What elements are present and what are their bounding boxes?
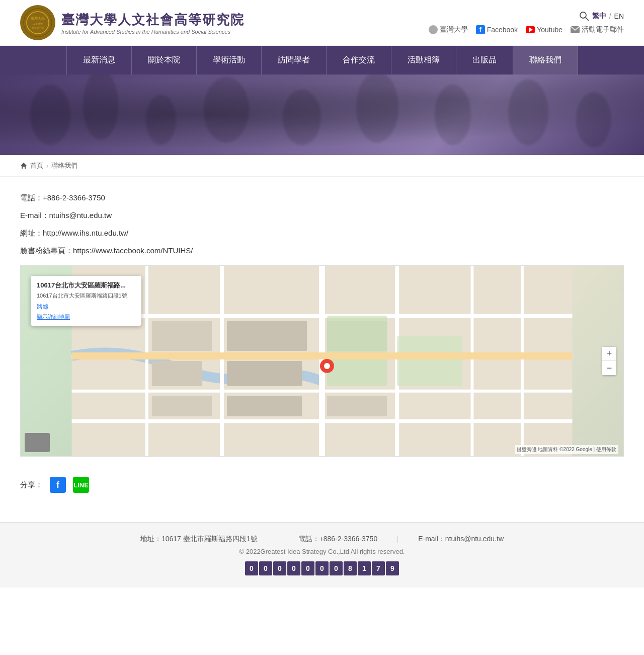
ntu-icon [429,25,438,34]
lang-separator: / [609,12,611,20]
map-container[interactable]: 10617台北市大安區羅斯福路... 10617台北市大安區羅斯福路四段1號 路… [20,265,624,457]
logo-en: Institute for Advanced Studies in the Hu… [61,29,245,35]
footer-divider-1 [278,536,278,543]
footer-address-value: 10617 臺北市羅斯福路四段1號 [162,535,258,543]
youtube-label: Youtube [537,26,562,34]
breadcrumb-home[interactable]: 首頁 [30,161,43,170]
search-icon[interactable] [579,11,589,21]
counter-digit: 0 [301,561,314,575]
footer-divider-2 [397,536,398,543]
svg-text:高等研究院: 高等研究院 [32,26,44,29]
share-section: 分享： f LINE [20,472,624,508]
nav-news[interactable]: 最新消息 [66,46,132,75]
svg-point-17 [576,92,611,148]
map-popup-addr: 10617台北市大安區羅斯福路四段1號 [37,292,135,300]
footer-counter: 00000008179 [20,561,624,575]
footer-email-value: ntuihs@ntu.edu.tw [445,535,504,543]
svg-rect-35 [227,396,302,416]
counter-digit: 0 [287,561,300,575]
counter-digit: 7 [372,561,385,575]
phone-label: 電話： [20,193,43,202]
social-links: 臺灣大學 f Facebook Youtube 活動電子郵件 [429,25,624,34]
map-controls: + − [602,347,616,375]
breadcrumb-current: 聯絡我們 [51,161,77,170]
logo-cn: 臺灣大學人文社會高等研究院 [61,11,245,29]
svg-point-15 [435,85,471,145]
facebook-page-line: 臉書粉絲專頁：https://www.facebook.com/NTUIHS/ [20,244,624,257]
nav-publication[interactable]: 出版品 [456,46,513,75]
header-right: 繁中 / EN 臺灣大學 f Facebook Youtube [429,11,624,34]
map-route-button[interactable]: 路線 [37,303,49,311]
lang-en[interactable]: EN [614,12,624,20]
nav-academic[interactable]: 學術活動 [197,46,262,75]
svg-point-12 [204,77,249,142]
logo-svg: 臺灣大學 人文社會 高等研究院 [23,8,53,38]
map-streetview[interactable] [25,433,50,452]
email-label: E-mail： [20,211,49,220]
nav-about[interactable]: 關於本院 [132,46,197,75]
footer-address-label: 地址： [140,535,162,543]
youtube-play-icon [529,27,533,32]
share-facebook-button[interactable]: f [50,477,66,493]
share-label: 分享： [20,480,43,490]
header: 臺灣大學 人文社會 高等研究院 臺灣大學人文社會高等研究院 Institute … [0,0,644,46]
svg-point-41 [324,363,330,369]
navigation: 最新消息 關於本院 學術活動 訪問學者 合作交流 活動相簿 出版品 聯絡我們 [0,46,644,75]
svg-point-11 [146,95,176,145]
svg-point-7 [430,27,436,33]
facebook-label: Facebook [487,26,518,34]
svg-text:臺灣大學: 臺灣大學 [31,17,45,21]
footer-phone-value: +886-2-3366-3750 [319,535,378,543]
footer-phone-label: 電話： [298,535,319,543]
email-icon [571,26,580,33]
email-value[interactable]: ntuihs@ntu.edu.tw [49,211,112,220]
svg-rect-36 [327,396,387,416]
logo-area: 臺灣大學 人文社會 高等研究院 臺灣大學人文社會高等研究院 Institute … [20,5,245,40]
map-popup-actions: 路線 [37,303,135,311]
footer-email: E-mail：ntuihs@ntu.edu.tw [418,535,504,544]
counter-digit: 9 [386,561,399,575]
website-label: 網址： [20,229,43,237]
ntu-link[interactable]: 臺灣大學 [429,25,468,34]
counter-digit: 8 [344,561,357,575]
home-icon [20,162,27,169]
counter-digit: 1 [358,561,371,575]
email-link[interactable]: 活動電子郵件 [571,25,624,34]
map-zoom-out-button[interactable]: − [602,361,616,375]
facebook-page-value[interactable]: https://www.facebook.com/NTUIHS/ [73,246,193,255]
email-line: E-mail：ntuihs@ntu.edu.tw [20,208,624,222]
map-detail-link[interactable]: 顯示詳細地圖 [37,313,135,321]
footer-copyright: © 2022Greatest Idea Strategy Co.,Ltd All… [20,548,624,555]
breadcrumb-separator: › [46,162,48,170]
breadcrumb: 首頁 › 聯絡我們 [0,155,644,177]
lang-tc[interactable]: 繁中 [592,12,606,21]
svg-point-5 [580,12,586,18]
svg-rect-38 [397,336,462,386]
logo-text: 臺灣大學人文社會高等研究院 Institute for Advanced Stu… [61,11,245,35]
nav-contact[interactable]: 聯絡我們 [513,46,578,75]
ntu-label: 臺灣大學 [440,25,468,34]
counter-digit: 0 [273,561,286,575]
counter-digit: 0 [259,561,272,575]
facebook-link[interactable]: f Facebook [476,25,518,34]
svg-rect-37 [327,316,387,386]
nav-exchange[interactable]: 合作交流 [327,46,391,75]
footer: 地址：10617 臺北市羅斯福路四段1號 電話：+886-2-3366-3750… [0,522,644,588]
map-zoom-in-button[interactable]: + [602,347,616,361]
nav-visitors[interactable]: 訪問學者 [262,46,327,75]
map-popup-title: 10617台北市大安區羅斯福路... [37,281,135,290]
website-value[interactable]: http://www.ihs.ntu.edu.tw/ [43,229,128,237]
youtube-link[interactable]: Youtube [526,26,562,34]
counter-digit: 0 [330,561,343,575]
phone-value: +886-2-3366-3750 [43,193,105,202]
share-line-button[interactable]: LINE [73,477,89,493]
counter-digit: 0 [245,561,258,575]
svg-rect-29 [152,321,212,351]
youtube-icon [526,26,535,33]
svg-rect-32 [152,361,202,386]
footer-phone: 電話：+886-2-3366-3750 [298,535,378,544]
svg-text:人文社會: 人文社會 [33,22,43,25]
svg-point-14 [356,75,398,142]
nav-gallery[interactable]: 活動相簿 [391,46,456,75]
lang-area: 繁中 / EN [579,11,624,21]
